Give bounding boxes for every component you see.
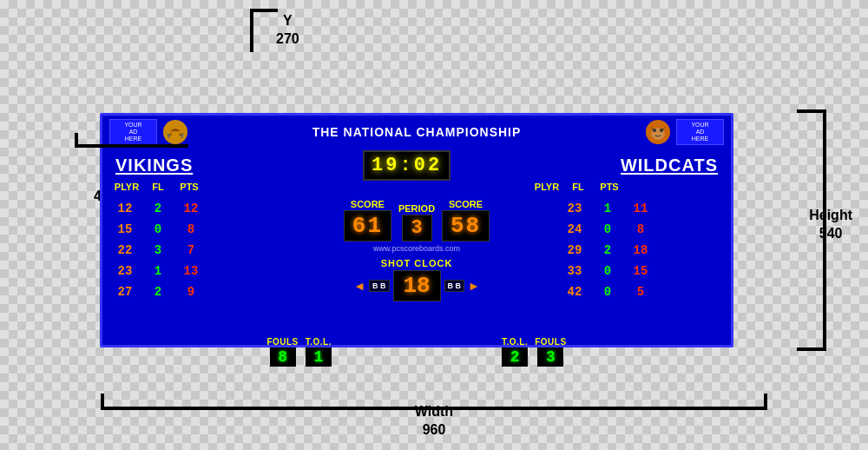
height-dimension: Height 540 [809,207,852,243]
right-player-num: 24 [559,220,590,239]
width-label: Width [415,404,453,419]
shot-clock-row: ◄ B B 18 B B ► [353,270,480,301]
height-value: 540 [819,226,843,241]
right-players: 23 1 11 24 0 8 29 2 18 33 0 15 42 0 5 [559,199,724,334]
shot-clock-arrow-left: ◄ [353,279,365,293]
left-player-num: 23 [109,261,141,281]
scoreboard-header: YOURADHERE THE NATIONAL CHAMPIONSHIP [102,116,731,149]
game-clock: 19:02 [363,150,450,181]
left-player-num: 22 [109,241,141,260]
shot-clock-arrow-right: ► [468,279,480,293]
left-players: 12 2 12 15 0 8 22 3 7 23 1 13 27 2 9 [109,199,274,334]
left-player-fl: 2 [142,282,174,301]
stats-headers: PLYR FL PTS PLYR FL PTS [102,182,731,197]
left-player-pts: 7 [175,241,207,260]
right-player-fl: 0 [592,282,623,301]
tol-right-value: 2 [502,347,528,367]
shot-clock-btn-left[interactable]: B B [369,280,390,292]
y-dimension: Y 270 [276,12,299,49]
logo-left [161,118,189,146]
scoreboard-title: THE NATIONAL CHAMPIONSHIP [312,125,522,139]
tol-left-value: 1 [306,347,332,367]
tol-right-label: T.O.L. [502,337,528,347]
right-player-row: 23 1 11 [559,199,724,218]
team-left-name: VIKINGS [115,156,193,175]
tol-left-section: T.O.L. 1 [306,337,332,367]
left-player-fl: 0 [142,220,174,239]
left-player-pts: 12 [175,199,207,218]
diagram-container: Y 270 X 480 Width 960 Height 540 YOURADH… [0,0,868,450]
right-player-num: 33 [559,261,590,281]
left-player-row: 27 2 9 [109,282,274,301]
right-player-pts: 8 [625,220,656,239]
left-pts-header: PTS [174,182,205,197]
right-player-pts: 5 [625,282,656,301]
scoreboard: YOURADHERE THE NATIONAL CHAMPIONSHIP [100,113,733,347]
right-player-pts: 15 [625,261,656,281]
teams-row: VIKINGS 19:02 WILDCATS [102,149,731,182]
tol-left-label: T.O.L. [306,337,332,347]
scoreboard-content: 12 2 12 15 0 8 22 3 7 23 1 13 27 2 9 SCO… [102,199,731,334]
right-player-num: 42 [559,282,590,301]
right-player-fl: 1 [592,199,623,218]
fouls-right-value: 3 [537,347,563,367]
left-player-pts: 9 [175,282,207,301]
fouls-right-section: FOULS 3 [535,337,566,367]
score-right-label: SCORE [449,199,483,209]
left-player-row: 12 2 12 [109,199,274,218]
height-label: Height [809,208,852,222]
right-player-row: 33 0 15 [559,261,724,281]
ad-right: YOURADHERE [676,119,724,145]
shot-clock-section: SHOT CLOCK ◄ B B 18 B B ► [353,258,480,301]
right-pts-header: PTS [594,182,625,197]
left-player-row: 22 3 7 [109,241,274,260]
right-player-pts: 11 [625,199,656,218]
left-player-pts: 13 [175,261,207,281]
left-player-pts: 8 [175,220,207,239]
tol-right-section: T.O.L. 2 [502,337,528,367]
right-player-row: 24 0 8 [559,220,724,239]
right-plyr-header: PLYR [531,182,562,197]
fouls-left-label: FOULS [266,337,298,347]
left-plyr-header: PLYR [111,182,142,197]
website-url: www.pcscoreboards.com [373,244,460,253]
score-left-label: SCORE [351,199,385,209]
right-stats-headers: PLYR FL PTS [531,182,722,197]
fouls-row: FOULS 8 T.O.L. 1 T.O.L. 2 FOULS 3 [102,334,731,367]
left-player-num: 12 [109,199,141,218]
right-player-row: 29 2 18 [559,241,724,260]
left-player-row: 15 0 8 [109,220,274,239]
fouls-right-label: FOULS [535,337,566,347]
left-stats-headers: PLYR FL PTS [111,182,302,197]
left-fl-header: FL [142,182,174,197]
left-player-num: 15 [109,220,141,239]
right-player-fl: 2 [592,241,623,260]
team-right-name: WILDCATS [621,156,718,175]
shot-clock-label: SHOT CLOCK [381,258,453,268]
right-player-fl: 0 [592,261,623,281]
shot-clock-btn-right[interactable]: B B [444,280,465,292]
fouls-left-value: 8 [270,347,296,367]
logo-right [644,118,672,146]
right-player-num: 23 [559,199,590,218]
center-panel: SCORE 61 PERIOD 3 SCORE 58 www.pcscorebo… [278,199,556,334]
left-player-num: 27 [109,282,141,301]
left-player-fl: 1 [142,261,174,281]
right-player-pts: 18 [625,241,656,260]
score-right-display: 58 [442,210,490,242]
right-player-fl: 0 [592,220,623,239]
width-dimension: Width 960 [415,403,453,440]
y-label: Y [283,13,293,28]
fouls-left-section: FOULS 8 [266,337,298,367]
right-player-row: 42 0 5 [559,282,724,301]
left-player-row: 23 1 13 [109,261,274,281]
right-player-num: 29 [559,241,590,260]
width-value: 960 [423,422,446,437]
left-player-fl: 3 [142,241,174,260]
y-value: 270 [276,31,299,46]
right-fl-header: FL [562,182,594,197]
score-left-display: 61 [344,210,391,242]
shot-clock-display: 18 [393,270,441,301]
left-player-fl: 2 [142,199,174,218]
period-label: PERIOD [398,203,435,214]
